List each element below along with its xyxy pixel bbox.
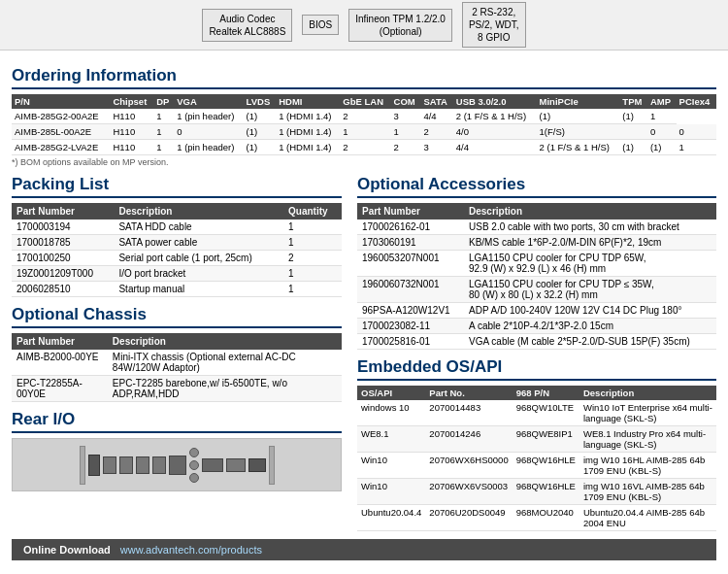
table-cell: KB/MS cable 1*6P-2.0/M-DIN 6P(F)*2, 19cm	[464, 235, 716, 251]
block-io: 2 RS-232,PS/2, WDT,8 GPIO	[462, 2, 526, 48]
table-header: Part No.	[425, 386, 512, 400]
port-bracket-left	[80, 446, 85, 485]
table-cell: Startup manual	[114, 282, 283, 297]
table-cell: 2 (1 F/S & 1 H/S)	[453, 109, 537, 124]
table-header: Description	[464, 203, 716, 219]
table-cell: 2	[420, 124, 452, 140]
table-header: COM	[391, 94, 421, 109]
table-cell: Ubuntu20.04.4	[357, 505, 425, 531]
table-cell: VGA cable (M cable 2*5P-2.0/D-SUB 15P(F)…	[464, 334, 716, 350]
port-usb-3	[136, 456, 149, 474]
table-cell: 968QW10LTE	[513, 400, 579, 426]
table-cell: USB 2.0 cable with two ports, 30 cm with…	[464, 219, 716, 235]
table-header: Part Number	[357, 203, 464, 219]
port-vga	[226, 458, 246, 472]
block-tpm: Infineon TPM 1.2/2.0(Optional)	[348, 9, 452, 42]
os-section: Embedded OS/API OS/APIPart No.968 P/NDes…	[357, 357, 716, 531]
table-header: Chipset	[110, 94, 153, 109]
table-cell: 3	[391, 109, 421, 124]
table-cell: 1703060191	[357, 235, 464, 251]
ordering-title: Ordering Information	[12, 66, 716, 89]
table-row: 1700023082-11A cable 2*10P-4.2/1*3P-2.0 …	[357, 319, 716, 334]
table-cell: 1(F/S)	[537, 124, 620, 140]
two-col-layout: Packing List Part NumberDescriptionQuant…	[12, 167, 716, 531]
table-cell: 2 (1 F/S & 1 H/S)	[537, 140, 620, 155]
table-cell: 1 (HDMI 1.4)	[276, 140, 340, 155]
table-cell: 1	[153, 124, 174, 140]
port-rj45	[169, 456, 186, 475]
bottom-bar: Online Download www.advantech.com/produc…	[12, 539, 716, 560]
table-cell: (1)	[244, 140, 277, 155]
table-row: EPC-T22855A-00Y0EEPC-T2285 barebone,w/ i…	[12, 376, 342, 402]
table-cell: 1960053207N001	[357, 251, 464, 277]
table-cell: 2	[283, 251, 342, 266]
table-cell: 1700018785	[12, 235, 114, 251]
right-column: Optional Accessories Part NumberDescript…	[357, 167, 716, 531]
table-cell: 1 (pin header)	[174, 140, 243, 155]
port-audio-2	[189, 460, 199, 470]
table-cell: 2006028510	[12, 282, 114, 297]
table-cell: 20706WX6VS0003	[425, 479, 512, 505]
ordering-section: Ordering Information P/NChipsetDPVGALVDS…	[12, 58, 716, 167]
table-cell: SATA power cable	[114, 235, 283, 251]
table-row: 1700003194SATA HDD cable1	[12, 219, 342, 235]
port-audio-1	[189, 448, 199, 457]
table-header: DP	[153, 94, 174, 109]
table-row: 1700025816-01VGA cable (M cable 2*5P-2.0…	[357, 334, 716, 350]
table-row: 1700100250Serial port cable (1 port, 25c…	[12, 251, 342, 266]
port-bracket-right	[269, 446, 275, 485]
table-cell: 1	[391, 124, 421, 140]
table-cell: EPC-T2285 barebone,w/ i5-6500TE, w/o ADP…	[108, 376, 342, 402]
table-cell: Win10	[357, 479, 425, 505]
table-cell: 2	[340, 109, 390, 124]
table-cell: (1)	[537, 109, 620, 124]
table-header: Description	[579, 386, 716, 400]
bottom-bar-url[interactable]: www.advantech.com/products	[120, 544, 262, 556]
table-cell	[619, 124, 647, 140]
table-cell: ADP A/D 100-240V 120W 12V C14 DC Plug 18…	[464, 303, 716, 319]
table-header: AMP	[647, 94, 677, 109]
rear-io-image	[12, 438, 342, 491]
table-cell: (1)	[619, 109, 647, 124]
table-header: Part Number	[12, 333, 108, 350]
table-cell: I/O port bracket	[114, 266, 283, 282]
table-cell: 1	[153, 109, 174, 124]
packing-section: Packing List Part NumberDescriptionQuant…	[12, 175, 342, 297]
table-row: AIMB-285G2-00A2EH11011 (pin header)(1)1 …	[12, 109, 716, 124]
table-cell: 0	[677, 124, 716, 140]
ordering-footnote: *) BOM options available on MP version.	[12, 157, 716, 167]
table-row: Win1020706WX6HS0000968QW16HLEimg W10 16H…	[357, 453, 716, 479]
table-cell: 4/0	[453, 124, 537, 140]
chassis-section: Optional Chassis Part NumberDescription …	[12, 305, 342, 402]
table-header: 968 P/N	[513, 386, 579, 400]
port-audio-group	[189, 448, 199, 483]
table-row: 19Z0001209T000I/O port bracket1	[12, 266, 342, 282]
os-table: OS/APIPart No.968 P/NDescription windows…	[357, 386, 716, 531]
rear-io-ports	[72, 442, 282, 489]
table-cell: 1 (HDMI 1.4)	[276, 124, 340, 140]
table-row: AIMB-285L-00A2EH11010(1)1 (HDMI 1.4)1124…	[12, 124, 716, 140]
packing-table: Part NumberDescriptionQuantity 170000319…	[12, 203, 342, 297]
table-cell: EPC-T22855A-00Y0E	[12, 376, 108, 402]
table-row: Win1020706WX6VS0003968QW16HLEimg W10 16V…	[357, 479, 716, 505]
table-header: P/N	[12, 94, 110, 109]
table-cell: 1700100250	[12, 251, 114, 266]
table-header: OS/API	[357, 386, 425, 400]
table-cell: 0	[647, 124, 677, 140]
table-cell: 1	[283, 282, 342, 297]
table-cell: Serial port cable (1 port, 25cm)	[114, 251, 283, 266]
table-cell: windows 10	[357, 400, 425, 426]
table-cell: AIMB-B2000-00YE	[12, 350, 108, 376]
os-title: Embedded OS/API	[357, 357, 716, 381]
port-usb-4	[152, 456, 166, 474]
port-audio-3	[189, 473, 199, 483]
table-cell: 1	[283, 266, 342, 282]
table-header: Description	[114, 203, 283, 219]
table-cell: AIMB-285L-00A2E	[12, 124, 110, 140]
table-cell: 968QW16HLE	[513, 453, 579, 479]
table-cell: Ubuntu20.04.4 AIMB-285 64b 2004 ENU	[579, 505, 716, 531]
table-cell: AIMB-285G2-LVA2E	[12, 140, 110, 155]
table-row: 1700026162-01USB 2.0 cable with two port…	[357, 219, 716, 235]
table-row: WE8.12070014246968QWE8IP1WE8.1 Industry …	[357, 426, 716, 453]
table-cell: (1)	[244, 109, 277, 124]
